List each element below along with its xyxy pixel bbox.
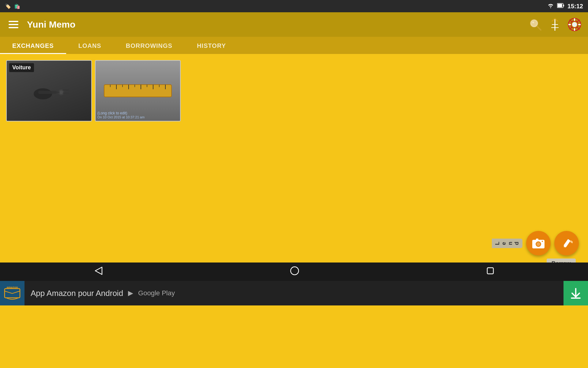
search-button[interactable] <box>528 17 543 32</box>
svg-rect-5 <box>9 27 18 28</box>
wifi-icon <box>547 3 554 10</box>
ad-play-text: Google Play <box>138 289 175 297</box>
svg-line-9 <box>537 26 541 30</box>
tab-exchanges[interactable]: EXCHANGES <box>0 39 66 54</box>
svg-point-21 <box>572 22 577 27</box>
toolbar-left: Yuni Memo <box>6 17 75 32</box>
tab-history[interactable]: HISTORY <box>185 39 238 54</box>
toolbar: Yuni Memo <box>0 12 588 37</box>
tools-button[interactable] <box>548 17 562 32</box>
app-icon-2: 🛍️ <box>14 3 20 9</box>
svg-marker-59 <box>95 267 102 274</box>
fab-pencil-top[interactable] <box>554 231 579 255</box>
svg-rect-61 <box>487 268 493 274</box>
svg-rect-27 <box>63 89 69 91</box>
ad-banner[interactable]: amazon App Amazon pour Android ▶ Google … <box>0 281 588 305</box>
svg-rect-1 <box>563 5 564 6</box>
lend-label: Lend <box>492 239 522 248</box>
tab-borrowings[interactable]: BORROWINGS <box>114 39 185 54</box>
time-display: 15:12 <box>567 3 583 10</box>
ad-main-text: App Amazon pour Android <box>31 289 123 298</box>
svg-rect-2 <box>557 4 562 7</box>
ad-text-area: App Amazon pour Android ▶ Google Play <box>24 289 564 298</box>
home-button[interactable] <box>290 266 300 278</box>
toolbar-right <box>528 17 582 32</box>
svg-point-60 <box>291 267 299 275</box>
svg-rect-3 <box>9 21 18 22</box>
ad-amazon-icon: amazon <box>0 281 24 305</box>
svg-point-25 <box>59 90 63 94</box>
battery-icon <box>557 3 564 10</box>
status-bar: 🏷️ 🛍️ 15:12 <box>0 0 588 12</box>
svg-point-43 <box>537 242 540 246</box>
back-button[interactable] <box>93 266 103 278</box>
help-button[interactable] <box>567 17 582 32</box>
tab-loans[interactable]: LOANS <box>66 39 114 54</box>
recents-button[interactable] <box>486 266 495 277</box>
svg-rect-28 <box>63 92 69 94</box>
svg-rect-4 <box>9 24 18 25</box>
svg-text:amazon: amazon <box>6 286 18 289</box>
ad-play-icon: ▶ <box>128 289 133 297</box>
fab-camera-top[interactable] <box>526 231 551 255</box>
tabs-bar: EXCHANGES LOANS BORROWINGS HISTORY <box>0 37 588 54</box>
main-content: Voiture <box>0 54 588 305</box>
card-voiture[interactable]: Voiture <box>6 60 92 121</box>
ad-download-button[interactable] <box>564 281 588 305</box>
svg-rect-44 <box>536 239 538 240</box>
app-icon-1: 🏷️ <box>5 3 11 9</box>
svg-point-45 <box>542 241 543 242</box>
card-tape-sublabel: (Long click to edit) On 10 Oct 2015 at 1… <box>97 111 145 119</box>
svg-point-8 <box>532 21 534 23</box>
card-voiture-label: Voiture <box>9 63 34 72</box>
svg-point-7 <box>531 20 537 26</box>
card-tape[interactable]: (Long click to edit) On 10 Oct 2015 at 1… <box>95 60 181 121</box>
hamburger-button[interactable] <box>6 17 21 32</box>
svg-rect-29 <box>104 85 172 97</box>
cards-container: Voiture <box>6 60 582 121</box>
status-bar-left: 🏷️ 🛍️ <box>5 3 20 9</box>
status-bar-right: 15:12 <box>547 3 583 10</box>
app-title: Yuni Memo <box>27 19 75 30</box>
fab-row-top: Lend <box>492 231 579 255</box>
bottom-nav <box>0 263 588 281</box>
svg-rect-26 <box>49 92 60 93</box>
